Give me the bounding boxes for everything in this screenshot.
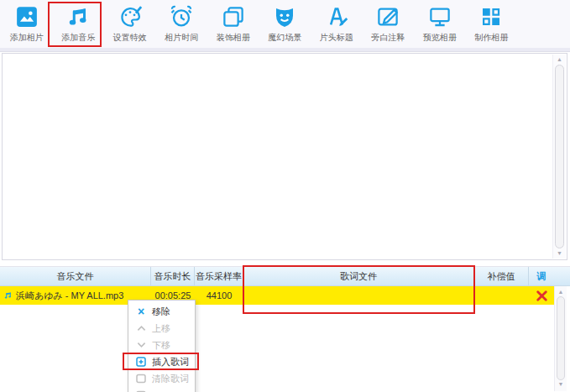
toolbar-label: 添加相片	[10, 32, 44, 44]
table-scrollbar-thumb[interactable]	[557, 296, 565, 380]
toolbar-item-add-photo[interactable]: 添加相片	[1, 3, 53, 48]
music-note-icon	[3, 290, 13, 301]
toolbar-item-photo-time[interactable]: 相片时间	[156, 3, 208, 48]
music-table-scrollbar[interactable]: ▲ ▼	[554, 286, 567, 391]
clear-lyrics-icon	[136, 374, 146, 384]
column-header-lyrics-file[interactable]: 歌词文件	[243, 267, 474, 285]
column-header-clipped[interactable]: 调	[529, 267, 554, 285]
table-scroll-up-arrow-icon[interactable]: ▲	[555, 288, 567, 295]
column-header-music-file[interactable]: 音乐文件	[0, 267, 151, 285]
content-scrollbar-thumb[interactable]	[555, 65, 564, 248]
menu-item-insert-lyrics[interactable]: 插入歌词	[128, 353, 195, 370]
toolbar-item-narration[interactable]: 旁白注释	[363, 3, 415, 48]
toolbar-label: 装饰相册	[217, 32, 250, 44]
column-header-compensation[interactable]: 补偿值	[474, 267, 529, 285]
menu-item-label: 清除歌词	[152, 373, 189, 385]
add-music-icon	[65, 4, 91, 29]
menu-item-label: 下移	[152, 339, 170, 352]
photo-time-clock-icon	[169, 4, 194, 29]
toolbar-label: 相片时间	[165, 32, 198, 44]
menu-item-move-down: 下移	[128, 337, 195, 353]
delete-row-cell[interactable]	[529, 286, 554, 305]
music-table-row-selected[interactable]: 浜崎あゆみ - MY ALL.mp3 00:05:25 44100	[0, 286, 554, 305]
make-album-grid-icon	[478, 4, 504, 29]
toolbar-item-preview-album[interactable]: 预览相册	[414, 3, 466, 48]
red-x-icon[interactable]	[536, 290, 547, 301]
music-context-menu: × 移除 上移 下移 插入歌词 清除歌词	[128, 300, 196, 392]
effects-palette-icon	[118, 4, 143, 29]
toolbar-label: 旁白注释	[371, 32, 405, 44]
toolbar-item-decorate-album[interactable]: 装饰相册	[207, 3, 259, 48]
toolbar-item-make-album[interactable]: 制作相册	[466, 3, 518, 48]
toolbar-item-title-caption[interactable]: 片头标题	[311, 3, 363, 48]
move-up-icon	[136, 323, 146, 333]
narration-note-icon	[375, 4, 400, 29]
music-file-name: 浜崎あゆみ - MY ALL.mp3	[16, 290, 123, 302]
add-photo-icon	[14, 4, 39, 29]
scroll-up-arrow-icon[interactable]: ▲	[553, 55, 566, 64]
column-header-sample-rate[interactable]: 音乐采样率	[195, 267, 243, 285]
main-toolbar: 添加相片 添加音乐 设置特效 相片时间 装饰相册 魔幻场景 片头标题 旁白注释 …	[0, 0, 570, 48]
content-scrollbar[interactable]: ▲ ▼	[552, 55, 566, 259]
insert-lyrics-icon	[136, 357, 146, 367]
remove-x-icon: ×	[136, 306, 146, 316]
sample-rate-cell: 44100	[195, 286, 243, 305]
toolbar-label: 魔幻场景	[268, 32, 301, 44]
toolbar-item-set-effects[interactable]: 设置特效	[104, 3, 156, 48]
toolbar-label: 片头标题	[320, 32, 353, 44]
table-scroll-down-arrow-icon[interactable]: ▼	[555, 380, 567, 388]
photo-list-area: ▲ ▼	[2, 53, 567, 260]
toolbar-item-magic-scene[interactable]: 魔幻场景	[259, 3, 311, 48]
music-table-header: 音乐文件 音乐时长 音乐采样率 歌词文件 补偿值 调	[0, 266, 570, 286]
menu-item-label: 插入歌词	[152, 356, 189, 368]
column-header-duration[interactable]: 音乐时长	[151, 267, 195, 285]
toolbar-label: 添加音乐	[61, 32, 95, 44]
menu-item-label: 上移	[152, 322, 170, 335]
decorate-album-icon	[221, 4, 246, 29]
menu-item-label: 移除	[152, 306, 170, 318]
title-caption-icon	[324, 4, 349, 29]
toolbar-label: 设置特效	[113, 32, 147, 44]
album-maker-app: { "toolbar": { "items": [ { "label": "添加…	[0, 0, 570, 392]
move-down-icon	[136, 340, 146, 350]
menu-item-remove[interactable]: × 移除	[128, 303, 195, 320]
magic-scene-mask-icon	[272, 4, 297, 29]
scroll-down-arrow-icon[interactable]: ▼	[553, 249, 566, 258]
menu-item-clear-lyrics: 清除歌词	[128, 370, 195, 387]
menu-item-partial	[128, 387, 195, 392]
toolbar-item-add-music[interactable]: 添加音乐	[53, 3, 105, 48]
toolbar-label: 制作相册	[474, 32, 508, 44]
preview-monitor-icon	[427, 4, 452, 29]
toolbar-label: 预览相册	[423, 32, 457, 44]
lyrics-file-cell	[243, 286, 474, 305]
toolbar-divider	[0, 48, 570, 52]
compensation-cell	[474, 286, 529, 305]
menu-item-move-up: 上移	[128, 320, 195, 337]
